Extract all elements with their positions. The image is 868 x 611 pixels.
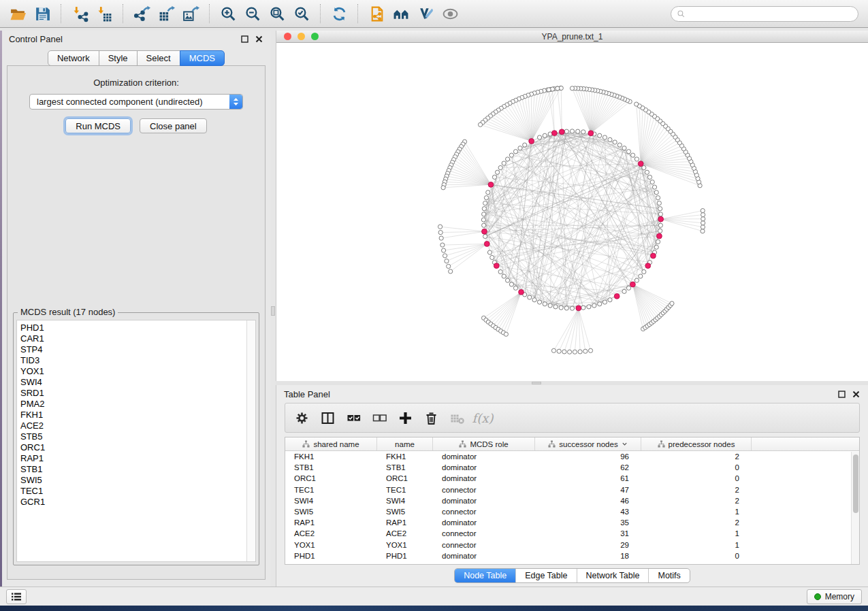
task-history-button[interactable] xyxy=(6,589,27,604)
mcds-result-item[interactable]: FKH1 xyxy=(20,410,246,420)
control-panel: Control Panel NetworkStyleSelectMCDS Opt… xyxy=(2,31,270,587)
close-panel-button[interactable]: Close panel xyxy=(140,118,207,133)
mcds-result-list[interactable]: PHD1CAR1STP4TID3YOX1SWI4SRD1PMA2FKH1ACE2… xyxy=(16,320,256,562)
node-table[interactable]: shared namenameMCDS rolesuccessor nodesp… xyxy=(285,437,860,565)
mcds-result-item[interactable]: ACE2 xyxy=(20,420,246,431)
desktop: Control Panel NetworkStyleSelectMCDS Opt… xyxy=(0,0,868,611)
cell-shared-name: FKH1 xyxy=(285,452,377,461)
zoom-selected-icon[interactable] xyxy=(289,2,314,25)
cell-successor-nodes: 46 xyxy=(535,497,641,505)
mcds-result-item[interactable]: RAP1 xyxy=(20,453,246,464)
mcds-result-item[interactable]: STB1 xyxy=(20,464,246,475)
network-canvas[interactable] xyxy=(276,43,868,381)
network-file-icon[interactable] xyxy=(364,2,389,25)
float-panel-icon[interactable] xyxy=(240,35,249,44)
delete-icon[interactable] xyxy=(420,407,442,429)
splitter-grip-h[interactable] xyxy=(532,382,541,384)
cell-successor-nodes: 31 xyxy=(535,529,641,538)
vertical-splitter[interactable] xyxy=(270,31,276,587)
table-row[interactable]: SWI5SWI5connector431 xyxy=(285,506,859,517)
float-table-panel-icon[interactable] xyxy=(837,390,846,399)
table-row[interactable]: PHD1PHD1dominator180 xyxy=(285,550,859,561)
mcds-result-item[interactable]: PMA2 xyxy=(20,399,246,410)
tab-node-table[interactable]: Node Table xyxy=(455,569,515,582)
run-mcds-button[interactable]: Run MCDS xyxy=(65,118,131,133)
table-row[interactable]: RAP1RAP1dominator352 xyxy=(285,517,859,528)
refresh-layout-icon[interactable] xyxy=(327,2,351,25)
table-scrollbar[interactable] xyxy=(851,452,859,564)
cell-name: FKH1 xyxy=(377,452,433,461)
memory-button[interactable]: Memory xyxy=(807,589,862,604)
optimization-criterion-select[interactable]: largest connected component (undirected) xyxy=(29,94,243,110)
import-table-icon[interactable] xyxy=(92,2,116,25)
add-icon[interactable] xyxy=(394,407,416,429)
column-header-MCDS-role[interactable]: MCDS role xyxy=(433,437,535,450)
import-network-icon[interactable] xyxy=(67,2,92,25)
zoom-in-icon[interactable] xyxy=(216,2,240,25)
column-header-predecessor-nodes[interactable]: predecessor nodes xyxy=(641,437,752,450)
toolbar-separator xyxy=(61,4,61,23)
export-network-icon[interactable] xyxy=(129,2,154,25)
tab-network-table[interactable]: Network Table xyxy=(577,569,649,582)
first-neighbors-icon[interactable] xyxy=(389,2,413,25)
cell-MCDS-role: dominator xyxy=(433,552,535,560)
tab-motifs[interactable]: Motifs xyxy=(648,569,689,582)
table-row[interactable]: ACE2ACE2connector311 xyxy=(285,528,859,539)
table-row[interactable]: ORC1ORC1dominator610 xyxy=(285,473,859,484)
column-header-name[interactable]: name xyxy=(377,437,433,450)
zoom-fit-icon[interactable] xyxy=(265,2,289,25)
close-table-panel-icon[interactable] xyxy=(852,390,861,399)
mcds-result-item[interactable]: SWI4 xyxy=(20,377,246,388)
cell-shared-name: SWI5 xyxy=(285,508,377,516)
cell-successor-nodes: 18 xyxy=(535,552,641,560)
tab-style[interactable]: Style xyxy=(99,50,138,66)
cell-name: YOX1 xyxy=(377,541,433,549)
save-session-icon[interactable] xyxy=(30,2,54,25)
column-header-shared-name[interactable]: shared name xyxy=(285,437,377,450)
tab-select[interactable]: Select xyxy=(137,50,180,66)
tab-mcds[interactable]: MCDS xyxy=(180,50,225,66)
zoom-out-icon[interactable] xyxy=(240,2,265,25)
close-panel-icon[interactable] xyxy=(255,35,263,44)
splitter-grip[interactable] xyxy=(271,306,275,316)
mcds-result-item[interactable]: GCR1 xyxy=(20,497,246,508)
mcds-result-item[interactable]: CAR1 xyxy=(20,333,246,344)
hide-selected-icon[interactable] xyxy=(438,2,462,25)
search-input[interactable] xyxy=(671,6,858,22)
mcds-result-item[interactable]: SWI5 xyxy=(20,475,246,486)
select-all-icon[interactable] xyxy=(342,407,364,429)
table-row[interactable]: TEC1TEC1connector472 xyxy=(285,484,859,495)
table-row[interactable]: STB1STB1dominator620 xyxy=(285,462,859,473)
cell-name: STB1 xyxy=(377,463,433,472)
table-row[interactable]: YOX1YOX1connector291 xyxy=(285,540,859,550)
list-scrollbar[interactable] xyxy=(246,320,255,561)
mcds-result-item[interactable]: PHD1 xyxy=(20,323,246,333)
table-row[interactable]: FKH1FKH1dominator962 xyxy=(285,451,859,462)
column-header-successor-nodes[interactable]: successor nodes xyxy=(535,437,641,450)
network-graph[interactable] xyxy=(276,43,868,381)
mcds-result-item[interactable]: STP4 xyxy=(20,344,246,355)
cell-MCDS-role: connector xyxy=(433,486,535,494)
mcds-result-item[interactable]: SRD1 xyxy=(20,388,246,399)
toolbar-separator xyxy=(357,4,358,23)
cell-name: ORC1 xyxy=(377,474,433,482)
split-columns-icon[interactable] xyxy=(317,407,338,429)
cell-shared-name: YOX1 xyxy=(285,541,377,549)
table-row[interactable]: SWI4SWI4dominator462 xyxy=(285,495,859,506)
export-image-icon[interactable] xyxy=(178,2,203,25)
cell-MCDS-role: dominator xyxy=(433,474,535,482)
open-folder-icon[interactable] xyxy=(5,2,30,25)
export-table-icon[interactable] xyxy=(154,2,178,25)
mcds-result-item[interactable]: TEC1 xyxy=(20,486,246,497)
tab-network[interactable]: Network xyxy=(48,50,99,66)
scrollbar-thumb[interactable] xyxy=(853,455,858,513)
mcds-result-item[interactable]: YOX1 xyxy=(20,366,246,377)
deselect-all-icon[interactable] xyxy=(368,407,390,429)
vizmap-icon[interactable] xyxy=(413,2,438,25)
horizontal-splitter[interactable] xyxy=(276,381,868,385)
mcds-result-item[interactable]: ORC1 xyxy=(20,442,246,453)
tab-edge-table[interactable]: Edge Table xyxy=(515,569,576,582)
gear-icon[interactable] xyxy=(291,407,312,429)
mcds-result-item[interactable]: STB5 xyxy=(20,431,246,442)
mcds-result-item[interactable]: TID3 xyxy=(20,355,246,366)
